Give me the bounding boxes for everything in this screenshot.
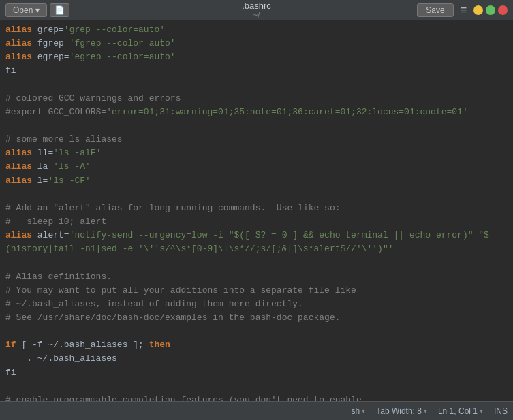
tab-width-label: Tab Width: 8 — [376, 406, 422, 416]
maximize-button[interactable] — [486, 5, 495, 15]
file-title: .bashrc — [242, 1, 271, 11]
minimize-button[interactable] — [473, 5, 483, 15]
close-button[interactable] — [498, 5, 508, 15]
titlebar-left: Open ▾ 📄 — [5, 3, 69, 17]
save-button[interactable]: Save — [417, 3, 453, 17]
shell-selector[interactable]: sh ▾ — [352, 406, 366, 416]
position-arrow: ▾ — [480, 407, 483, 415]
shell-label: sh — [352, 406, 360, 416]
insert-mode: INS — [494, 406, 508, 416]
position-selector[interactable]: Ln 1, Col 1 ▾ — [438, 406, 483, 416]
file-icon-button[interactable]: 📄 — [50, 3, 69, 17]
menu-button[interactable]: ≡ — [456, 4, 471, 16]
mode-label: INS — [494, 406, 508, 416]
window-controls — [473, 5, 508, 15]
file-subtitle: ~/ — [242, 11, 271, 19]
position-label: Ln 1, Col 1 — [438, 406, 478, 416]
statusbar: sh ▾ Tab Width: 8 ▾ Ln 1, Col 1 ▾ INS — [0, 401, 513, 420]
shell-arrow: ▾ — [362, 407, 365, 415]
tab-width-arrow: ▾ — [424, 407, 427, 415]
titlebar-center: .bashrc ~/ — [242, 1, 271, 19]
titlebar: Open ▾ 📄 .bashrc ~/ Save ≡ — [0, 0, 513, 20]
open-button[interactable]: Open ▾ — [5, 3, 47, 17]
titlebar-right: Save ≡ — [417, 3, 508, 17]
tab-width-selector[interactable]: Tab Width: 8 ▾ — [376, 406, 427, 416]
editor[interactable]: alias grep='grep --color=auto' alias fgr… — [0, 20, 513, 401]
code-content: alias grep='grep --color=auto' alias fgr… — [5, 23, 508, 401]
